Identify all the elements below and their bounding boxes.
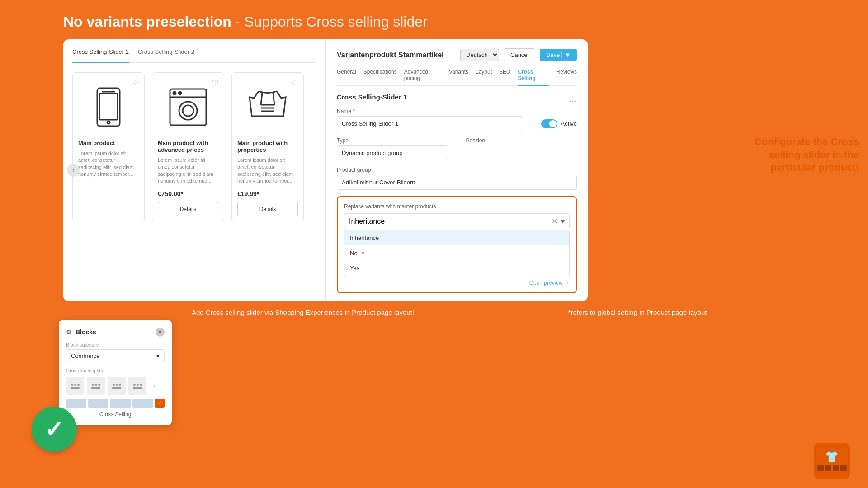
- option-no[interactable]: No ✦: [344, 245, 569, 261]
- replace-variants-box: Replace variants with master products In…: [337, 196, 577, 293]
- product-price-2: €750.00*: [158, 190, 218, 197]
- title-rest: - Supports Cross selling slider: [236, 14, 428, 30]
- product-icon-jacket: [241, 80, 295, 134]
- active-label: Active: [561, 120, 577, 127]
- admin-title: Variantenprodukt Stammartikel: [337, 51, 444, 59]
- product-icon-phone: [81, 80, 136, 134]
- block-thumb-4[interactable]: [128, 377, 146, 395]
- block-thumb-1[interactable]: [66, 377, 84, 395]
- type-label: Type: [337, 137, 448, 144]
- bottom-text-right: *refers to global setting in Product pag…: [470, 309, 805, 316]
- language-select[interactable]: Deutsch: [460, 49, 499, 61]
- title-bold: No variants preselection: [63, 14, 231, 30]
- type-position-row: Type Position: [337, 137, 577, 160]
- dropdown-options: Inheritance No ✦ Yes: [344, 230, 570, 276]
- tab-reviews[interactable]: Reviews: [557, 69, 577, 85]
- blocks-title: Blocks: [75, 328, 96, 336]
- product-name-3: Main product with properties: [237, 140, 298, 153]
- logo-icons-row: [817, 465, 847, 471]
- block-thumb-2[interactable]: [87, 377, 105, 395]
- block-thumb-3[interactable]: [108, 377, 126, 395]
- name-field-wrapper: Name *: [337, 108, 523, 131]
- blocks-nav-next[interactable]: ›: [154, 383, 156, 389]
- admin-tab-bar: General Specifications Advanced pricing …: [337, 69, 577, 86]
- name-label: Name *: [337, 108, 523, 114]
- tab-specifications[interactable]: Specifications: [363, 69, 397, 85]
- active-toggle[interactable]: [541, 119, 557, 128]
- preview-bar-4: [132, 399, 153, 408]
- dropdown-arrow-icon[interactable]: ▾: [561, 217, 565, 225]
- type-field-wrapper: Type: [337, 137, 448, 160]
- type-input[interactable]: [337, 145, 448, 160]
- blocks-nav: ‹ ›: [150, 383, 156, 389]
- dropdown-value: Inheritance: [349, 217, 385, 225]
- dots-menu[interactable]: ⋯: [569, 96, 577, 106]
- logo-badge: 👕: [814, 443, 850, 479]
- blocks-header: Blocks: [75, 328, 152, 336]
- callout-text: Configurate the Cross selling slider in …: [732, 136, 859, 174]
- open-preview-link[interactable]: Open preview →: [344, 280, 570, 286]
- blocks-close-button[interactable]: ✕: [156, 328, 165, 337]
- svg-point-9: [179, 92, 181, 94]
- svg-point-8: [173, 92, 176, 94]
- details-button-3[interactable]: Details: [237, 202, 298, 216]
- option-yes[interactable]: Yes: [344, 261, 569, 276]
- product-group-input[interactable]: [337, 175, 577, 190]
- bottom-text-left: Add Cross selling slider via Shopping Ex…: [63, 309, 470, 316]
- tab-layout[interactable]: Layout: [476, 69, 492, 85]
- product-card-phone: ♡ Main product Lorem ipsum dolor sit ame…: [72, 72, 145, 222]
- option-inheritance[interactable]: Inheritance: [344, 230, 569, 245]
- tab-advanced-pricing[interactable]: Advanced pricing: [404, 69, 442, 85]
- success-checkmark: ✓: [32, 407, 77, 452]
- name-input[interactable]: [337, 116, 523, 131]
- position-field-wrapper: Position: [466, 137, 577, 160]
- details-button-2[interactable]: Details: [158, 202, 218, 216]
- tab-slider-2[interactable]: Cross Selling-Slider 2: [138, 48, 194, 59]
- bottom-text: Add Cross selling slider via Shopping Ex…: [0, 301, 868, 316]
- save-button[interactable]: Save ▼: [540, 49, 577, 61]
- shirt-icon: 👕: [825, 450, 839, 463]
- blocks-thumbnails-row: ‹ ›: [66, 377, 165, 395]
- product-grid: ♡ Main product Lorem ipsum dolor sit ame…: [72, 72, 316, 222]
- product-card-jacket: ♡ Main product with properties Lorem ips…: [231, 72, 304, 222]
- dropdown-clear-icon[interactable]: ✕: [552, 217, 557, 225]
- product-price-3: €19.99*: [237, 190, 298, 197]
- blocks-category-label: Block category: [66, 342, 165, 347]
- tab-general[interactable]: General: [337, 69, 356, 85]
- active-toggle-wrapper: Active: [541, 108, 577, 131]
- product-desc-2: Lorem ipsum dolor sit amet, consetetur s…: [158, 157, 218, 185]
- section-title: Cross Selling-Slider 1: [337, 93, 407, 101]
- svg-point-3: [107, 121, 110, 124]
- svg-point-6: [179, 102, 197, 120]
- heart-icon-1[interactable]: ♡: [132, 78, 139, 87]
- preview-bar-1: [66, 399, 86, 408]
- cancel-button[interactable]: Cancel: [504, 48, 535, 61]
- page-header: No variants preselection - Supports Cros…: [0, 0, 868, 39]
- logo-icon-1: [817, 465, 824, 471]
- svg-rect-2: [99, 94, 118, 120]
- dropdown-selected[interactable]: Inheritance ✕ ▾: [344, 213, 570, 229]
- tab-variants[interactable]: Variants: [449, 69, 468, 85]
- blocks-section-label: Cross Selling title: [66, 368, 165, 373]
- blocks-preview-row: ♡: [66, 399, 165, 408]
- product-name-1: Main product: [78, 140, 139, 146]
- product-name-2: Main product with advanced prices: [158, 140, 218, 153]
- no-star-icon: ✦: [360, 249, 366, 257]
- tab-slider-1[interactable]: Cross Selling-Slider 1: [72, 48, 129, 63]
- tab-cross-selling[interactable]: Cross Selling: [518, 69, 549, 86]
- blocks-category-select[interactable]: Commerce ▾: [66, 349, 165, 362]
- heart-badge: ♡: [155, 399, 165, 408]
- blocks-item-label: Cross Selling: [66, 411, 165, 418]
- blocks-category-arrow: ▾: [156, 352, 160, 359]
- heart-icon-3[interactable]: ♡: [292, 78, 298, 87]
- blocks-nav-prev[interactable]: ‹: [150, 383, 152, 389]
- blocks-panel: ⚙ Blocks ✕ Block category Commerce ▾ Cro…: [59, 320, 172, 425]
- logo-icon-4: [840, 465, 847, 471]
- position-label: Position: [466, 137, 577, 144]
- heart-icon-2[interactable]: ♡: [212, 78, 218, 87]
- product-desc-1: Lorem ipsum dolor sit amet, consetetur s…: [78, 150, 139, 178]
- preview-bar-3: [110, 399, 131, 408]
- product-group-row: Product group: [337, 167, 577, 190]
- admin-actions: Deutsch Cancel Save ▼: [460, 48, 577, 61]
- tab-seo[interactable]: SEO: [499, 69, 510, 85]
